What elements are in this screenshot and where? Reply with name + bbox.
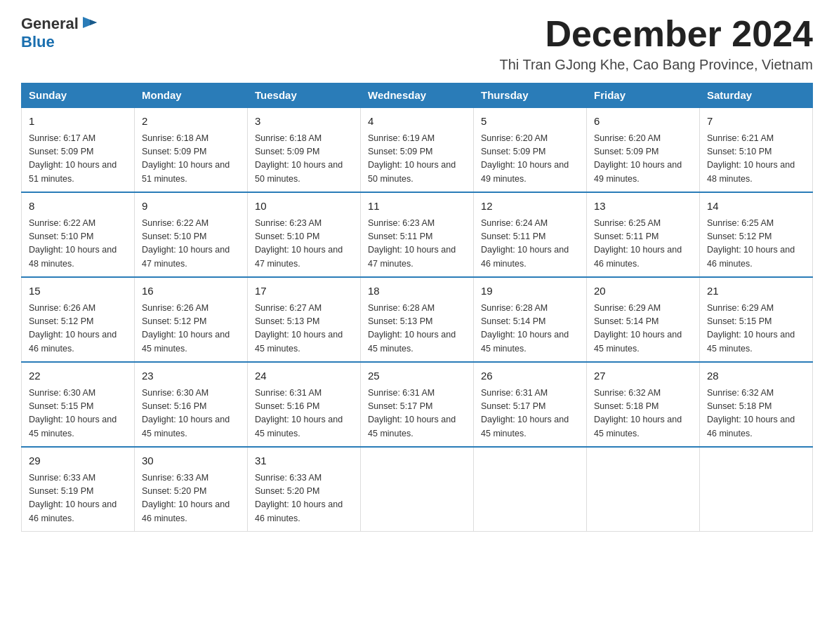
day-info: Sunrise: 6:24 AMSunset: 5:11 PMDaylight:… [481,217,579,271]
table-row: 11 Sunrise: 6:23 AMSunset: 5:11 PMDaylig… [361,192,474,277]
table-row: 4 Sunrise: 6:19 AMSunset: 5:09 PMDayligh… [361,107,474,192]
day-number: 26 [481,368,579,384]
day-number: 17 [255,283,353,300]
col-sunday: Sunday [22,83,135,108]
day-number: 23 [142,368,240,384]
col-wednesday: Wednesday [361,83,474,108]
table-row: 17 Sunrise: 6:27 AMSunset: 5:13 PMDaylig… [248,277,361,362]
table-row: 20 Sunrise: 6:29 AMSunset: 5:14 PMDaylig… [587,277,700,362]
day-info: Sunrise: 6:22 AMSunset: 5:10 PMDaylight:… [29,217,127,271]
table-row: 26 Sunrise: 6:31 AMSunset: 5:17 PMDaylig… [474,362,587,447]
day-info: Sunrise: 6:29 AMSunset: 5:15 PMDaylight:… [707,302,805,356]
col-tuesday: Tuesday [248,83,361,108]
table-row: 30 Sunrise: 6:33 AMSunset: 5:20 PMDaylig… [135,447,248,532]
day-number: 6 [594,114,692,130]
day-number: 28 [707,368,805,384]
calendar-week-row: 8 Sunrise: 6:22 AMSunset: 5:10 PMDayligh… [22,192,813,277]
day-number: 7 [707,114,805,130]
col-friday: Friday [587,83,700,108]
day-info: Sunrise: 6:23 AMSunset: 5:11 PMDaylight:… [368,217,466,271]
day-number: 24 [255,368,353,384]
day-info: Sunrise: 6:31 AMSunset: 5:17 PMDaylight:… [481,387,579,441]
logo-flag-icon [80,14,100,34]
table-row: 14 Sunrise: 6:25 AMSunset: 5:12 PMDaylig… [700,192,813,277]
calendar-week-row: 15 Sunrise: 6:26 AMSunset: 5:12 PMDaylig… [22,277,813,362]
day-info: Sunrise: 6:22 AMSunset: 5:10 PMDaylight:… [142,217,240,271]
svg-marker-1 [90,20,97,25]
table-row: 21 Sunrise: 6:29 AMSunset: 5:15 PMDaylig… [700,277,813,362]
logo: General Blue [21,14,100,51]
col-saturday: Saturday [700,83,813,108]
day-info: Sunrise: 6:32 AMSunset: 5:18 PMDaylight:… [707,387,805,441]
table-row: 29 Sunrise: 6:33 AMSunset: 5:19 PMDaylig… [22,447,135,532]
day-number: 14 [707,199,805,215]
day-number: 21 [707,283,805,300]
calendar-week-row: 22 Sunrise: 6:30 AMSunset: 5:15 PMDaylig… [22,362,813,447]
day-info: Sunrise: 6:20 AMSunset: 5:09 PMDaylight:… [481,132,579,187]
table-row: 8 Sunrise: 6:22 AMSunset: 5:10 PMDayligh… [22,192,135,277]
table-row: 23 Sunrise: 6:30 AMSunset: 5:16 PMDaylig… [135,362,248,447]
table-row: 28 Sunrise: 6:32 AMSunset: 5:18 PMDaylig… [700,362,813,447]
table-row: 15 Sunrise: 6:26 AMSunset: 5:12 PMDaylig… [22,277,135,362]
day-number: 5 [481,114,579,130]
title-block: December 2024 Thi Tran GJong Khe, Cao Ba… [499,14,813,73]
table-row [474,447,587,532]
table-row: 16 Sunrise: 6:26 AMSunset: 5:12 PMDaylig… [135,277,248,362]
day-info: Sunrise: 6:25 AMSunset: 5:11 PMDaylight:… [594,217,692,271]
day-info: Sunrise: 6:33 AMSunset: 5:20 PMDaylight:… [142,471,240,526]
table-row: 25 Sunrise: 6:31 AMSunset: 5:17 PMDaylig… [361,362,474,447]
day-number: 19 [481,283,579,300]
table-row: 13 Sunrise: 6:25 AMSunset: 5:11 PMDaylig… [587,192,700,277]
table-row [700,447,813,532]
day-number: 9 [142,199,240,215]
day-number: 31 [255,453,353,469]
day-info: Sunrise: 6:26 AMSunset: 5:12 PMDaylight:… [29,302,127,356]
day-number: 13 [594,199,692,215]
table-row [587,447,700,532]
table-row: 5 Sunrise: 6:20 AMSunset: 5:09 PMDayligh… [474,107,587,192]
day-number: 25 [368,368,466,384]
day-info: Sunrise: 6:23 AMSunset: 5:10 PMDaylight:… [255,217,353,271]
table-row: 6 Sunrise: 6:20 AMSunset: 5:09 PMDayligh… [587,107,700,192]
table-row: 3 Sunrise: 6:18 AMSunset: 5:09 PMDayligh… [248,107,361,192]
page-header: General Blue December 2024 Thi Tran GJon… [21,14,813,73]
day-info: Sunrise: 6:20 AMSunset: 5:09 PMDaylight:… [594,132,692,187]
day-info: Sunrise: 6:17 AMSunset: 5:09 PMDaylight:… [29,132,127,187]
day-number: 3 [255,114,353,130]
day-info: Sunrise: 6:25 AMSunset: 5:12 PMDaylight:… [707,217,805,271]
day-info: Sunrise: 6:32 AMSunset: 5:18 PMDaylight:… [594,387,692,441]
calendar-table: Sunday Monday Tuesday Wednesday Thursday… [21,83,813,532]
logo-general-text: General [21,15,79,32]
table-row [361,447,474,532]
logo-blue-text: Blue [21,34,55,51]
day-number: 18 [368,283,466,300]
day-info: Sunrise: 6:31 AMSunset: 5:17 PMDaylight:… [368,387,466,441]
day-info: Sunrise: 6:18 AMSunset: 5:09 PMDaylight:… [255,132,353,187]
day-info: Sunrise: 6:26 AMSunset: 5:12 PMDaylight:… [142,302,240,356]
day-number: 2 [142,114,240,130]
day-number: 16 [142,283,240,300]
day-number: 20 [594,283,692,300]
table-row: 7 Sunrise: 6:21 AMSunset: 5:10 PMDayligh… [700,107,813,192]
day-info: Sunrise: 6:21 AMSunset: 5:10 PMDaylight:… [707,132,805,187]
day-info: Sunrise: 6:28 AMSunset: 5:14 PMDaylight:… [481,302,579,356]
day-number: 29 [29,453,127,469]
day-number: 22 [29,368,127,384]
calendar-week-row: 1 Sunrise: 6:17 AMSunset: 5:09 PMDayligh… [22,107,813,192]
col-thursday: Thursday [474,83,587,108]
day-number: 8 [29,199,127,215]
day-info: Sunrise: 6:29 AMSunset: 5:14 PMDaylight:… [594,302,692,356]
table-row: 18 Sunrise: 6:28 AMSunset: 5:13 PMDaylig… [361,277,474,362]
table-row: 12 Sunrise: 6:24 AMSunset: 5:11 PMDaylig… [474,192,587,277]
day-info: Sunrise: 6:19 AMSunset: 5:09 PMDaylight:… [368,132,466,187]
day-number: 10 [255,199,353,215]
day-number: 12 [481,199,579,215]
day-info: Sunrise: 6:27 AMSunset: 5:13 PMDaylight:… [255,302,353,356]
day-info: Sunrise: 6:30 AMSunset: 5:16 PMDaylight:… [142,387,240,441]
table-row: 9 Sunrise: 6:22 AMSunset: 5:10 PMDayligh… [135,192,248,277]
day-info: Sunrise: 6:33 AMSunset: 5:20 PMDaylight:… [255,471,353,526]
day-number: 1 [29,114,127,130]
col-monday: Monday [135,83,248,108]
day-info: Sunrise: 6:28 AMSunset: 5:13 PMDaylight:… [368,302,466,356]
table-row: 2 Sunrise: 6:18 AMSunset: 5:09 PMDayligh… [135,107,248,192]
